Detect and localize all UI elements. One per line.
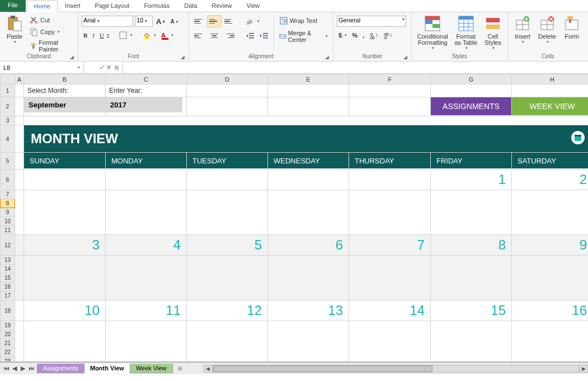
cal-cell[interactable]: 10	[24, 300, 105, 321]
scroll-right-icon[interactable]: ▶	[579, 365, 588, 373]
row-12[interactable]: 12	[1, 235, 15, 256]
tab-review[interactable]: Review	[204, 0, 239, 12]
cal-cell[interactable]: 5	[187, 235, 267, 255]
new-sheet-button[interactable]: ⊕	[173, 365, 187, 372]
tab-insert[interactable]: Insert	[58, 0, 88, 12]
cal-cell[interactable]	[187, 170, 267, 174]
cal-cell[interactable]: 13	[268, 300, 349, 321]
row-4[interactable]: 4	[1, 125, 15, 153]
dialog-launcher-icon[interactable]: ◢	[403, 54, 409, 60]
col-H[interactable]: H	[512, 74, 589, 84]
cal-cell[interactable]: 12	[187, 300, 267, 321]
first-sheet-icon[interactable]: ⏮	[2, 365, 10, 372]
align-center-button[interactable]	[208, 30, 221, 41]
increase-decimal-button[interactable]: .0.00	[368, 30, 380, 40]
formula-input[interactable]	[123, 62, 588, 73]
italic-button[interactable]: I	[91, 31, 96, 39]
month-picker[interactable]: September	[24, 97, 105, 112]
week-view-button[interactable]: WEEK VIEW	[512, 97, 588, 115]
fx-button[interactable]: ✓ ✕ fx	[84, 62, 123, 73]
cal-cell[interactable]: 8	[431, 235, 511, 255]
cal-cell[interactable]: 9	[512, 235, 588, 255]
select-all-corner[interactable]	[1, 74, 15, 84]
col-F[interactable]: F	[349, 74, 431, 84]
row-18[interactable]: 18	[1, 300, 15, 321]
row-8[interactable]: 8	[1, 199, 15, 208]
cut-button[interactable]: Cut	[28, 15, 74, 25]
row-17[interactable]: 17	[1, 291, 15, 300]
row-11[interactable]: 11	[1, 226, 15, 235]
row-15[interactable]: 15	[1, 274, 15, 283]
col-G[interactable]: G	[431, 74, 512, 84]
decrease-font-button[interactable]: A▾	[168, 18, 179, 25]
fill-color-button[interactable]: ▾	[140, 30, 158, 40]
cal-cell[interactable]	[349, 170, 430, 174]
cal-cell[interactable]: 16	[512, 300, 588, 321]
tab-view[interactable]: View	[239, 0, 267, 12]
paste-button[interactable]: Paste▾	[3, 13, 26, 53]
row-2[interactable]: 2	[1, 97, 15, 116]
col-A[interactable]: A	[15, 74, 24, 84]
row-6[interactable]: 6	[1, 170, 15, 190]
cell-styles-button[interactable]: Cell Styles▾	[482, 13, 504, 52]
row-13[interactable]: 13	[1, 256, 15, 265]
comma-button[interactable]: ,	[361, 31, 366, 39]
cal-cell[interactable]: 2	[512, 170, 588, 190]
row-10[interactable]: 10	[1, 217, 15, 226]
increase-indent-button[interactable]	[258, 31, 270, 41]
scroll-left-icon[interactable]: ◀	[204, 365, 213, 373]
tab-home[interactable]: Home	[27, 1, 58, 12]
number-format-select[interactable]: General▾	[337, 16, 406, 27]
last-sheet-icon[interactable]: ⏭	[27, 365, 35, 372]
underline-button[interactable]: U▾	[98, 31, 111, 39]
col-C[interactable]: C	[106, 74, 187, 84]
cal-cell[interactable]: 7	[349, 235, 430, 255]
row-23[interactable]: 23	[1, 357, 15, 363]
cal-cell[interactable]	[268, 170, 349, 174]
align-right-button[interactable]	[223, 30, 236, 41]
cal-cell[interactable]: 1	[431, 170, 511, 190]
spreadsheet-grid[interactable]: A B C D E F G H 1 Select Month: Enter Ye…	[0, 74, 588, 362]
align-left-button[interactable]	[192, 30, 206, 41]
font-size-select[interactable]: 10▾	[135, 16, 153, 27]
row-14[interactable]: 14	[1, 265, 15, 274]
sheet-tab-assignments[interactable]: Assignments	[37, 364, 84, 373]
align-bottom-button[interactable]	[223, 16, 236, 27]
horizontal-scrollbar[interactable]: ◀ ▶	[204, 365, 588, 373]
currency-button[interactable]: $▾	[337, 31, 349, 39]
sheet-tab-month-view[interactable]: Month View	[84, 364, 130, 374]
bold-button[interactable]: B	[82, 31, 89, 39]
row-20[interactable]: 20	[1, 330, 15, 339]
increase-font-button[interactable]: A▴	[154, 17, 167, 26]
tab-nav-arrows[interactable]: ⏮ ◀ ▶ ⏭	[0, 365, 37, 372]
row-16[interactable]: 16	[1, 283, 15, 291]
align-top-button[interactable]	[192, 16, 206, 27]
format-cells-button[interactable]: Form	[561, 13, 583, 52]
row-22[interactable]: 22	[1, 348, 15, 357]
format-painter-button[interactable]: Format Painter	[28, 39, 74, 53]
percent-button[interactable]: %	[350, 31, 359, 39]
col-D[interactable]: D	[187, 74, 268, 84]
row-5[interactable]: 5	[1, 153, 15, 170]
wrap-text-button[interactable]: Wrap Text	[277, 16, 330, 26]
decrease-indent-button[interactable]	[244, 31, 256, 41]
borders-button[interactable]: ▾	[117, 30, 134, 40]
cal-cell[interactable]: 15	[431, 300, 511, 321]
prev-sheet-icon[interactable]: ◀	[11, 365, 18, 372]
tab-file[interactable]: File	[0, 0, 26, 12]
delete-cells-button[interactable]: Delete▾	[536, 13, 558, 52]
font-name-select[interactable]: Arial▾	[82, 16, 133, 27]
decrease-decimal-button[interactable]: .00.0	[382, 30, 394, 40]
scroll-thumb[interactable]	[213, 365, 432, 372]
row-3[interactable]: 3	[1, 116, 15, 125]
col-E[interactable]: E	[268, 74, 349, 84]
orientation-button[interactable]: ab▾	[244, 16, 261, 26]
col-B[interactable]: B	[24, 74, 106, 84]
cal-cell[interactable]	[24, 170, 105, 174]
sheet-tab-week-view[interactable]: Week View	[130, 364, 173, 373]
align-middle-button[interactable]	[208, 16, 221, 27]
row-9[interactable]: 9	[1, 208, 15, 217]
cal-cell[interactable]: 11	[106, 300, 186, 321]
conditional-formatting-button[interactable]: Conditional Formatting▾	[415, 13, 450, 52]
next-sheet-icon[interactable]: ▶	[19, 365, 27, 372]
